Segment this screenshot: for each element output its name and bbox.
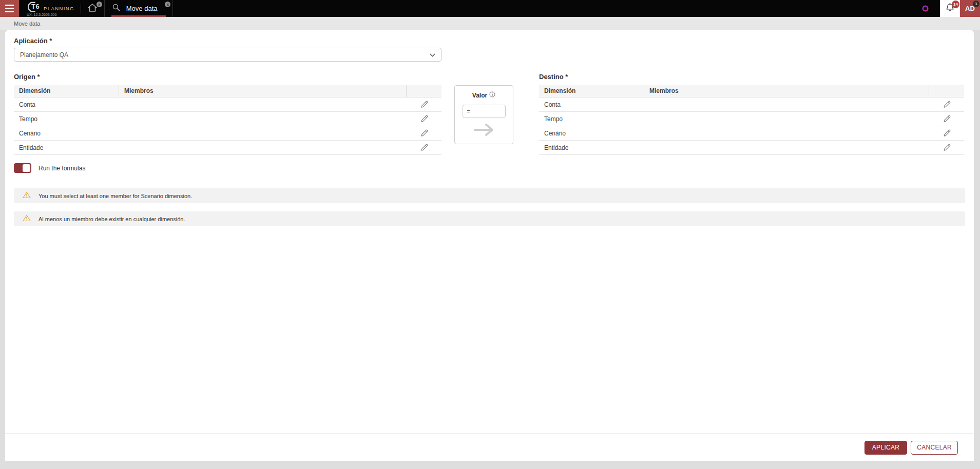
info-icon[interactable] bbox=[489, 91, 495, 99]
table-row: Entidade bbox=[14, 141, 441, 155]
warning-message: You must select at least one member for … bbox=[39, 193, 192, 199]
dimension-cell: Tempo bbox=[14, 115, 119, 123]
dimension-cell: Cenário bbox=[539, 130, 644, 137]
edit-members-button[interactable] bbox=[418, 128, 430, 138]
tab-home[interactable]: x bbox=[81, 0, 105, 17]
edit-members-button[interactable] bbox=[941, 100, 953, 109]
dimension-cell: Conta bbox=[14, 101, 119, 108]
move-data-panels: Origen * Dimensión Miembros Conta Tempo … bbox=[14, 73, 965, 155]
application-value: Planejamento QA bbox=[20, 51, 68, 58]
origin-table-header: Dimensión Miembros bbox=[14, 85, 441, 97]
dimension-cell: Entidade bbox=[539, 144, 644, 151]
table-row: Conta bbox=[14, 97, 441, 112]
edit-members-button[interactable] bbox=[941, 128, 953, 138]
tab-move-data[interactable]: Move data x bbox=[105, 0, 174, 17]
table-row: Cenário bbox=[539, 126, 964, 141]
warning-banner: Al menos un miembro debe existir en cual… bbox=[14, 211, 965, 226]
chevron-down-icon bbox=[430, 51, 435, 58]
application-select[interactable]: Planejamento QA bbox=[14, 48, 441, 62]
menu-button[interactable] bbox=[0, 0, 19, 17]
logo-brand: T6 bbox=[31, 3, 40, 10]
edit-members-button[interactable] bbox=[418, 100, 430, 109]
table-row: Entidade bbox=[539, 141, 964, 155]
dimension-cell: Tempo bbox=[539, 115, 644, 123]
content-card: Aplicación * Planejamento QA Origen * Di… bbox=[5, 30, 974, 461]
arrow-right-icon bbox=[459, 122, 509, 138]
origin-label: Origen * bbox=[14, 73, 441, 81]
destination-table-header: Dimensión Miembros bbox=[539, 85, 964, 97]
table-row: Tempo bbox=[14, 112, 441, 126]
search-icon bbox=[112, 3, 121, 14]
user-avatar[interactable]: AD 1 bbox=[960, 0, 980, 17]
breadcrumb-label: Move data bbox=[14, 21, 40, 27]
column-header-dimension: Dimensión bbox=[539, 85, 644, 97]
notifications-button[interactable]: 14 bbox=[940, 0, 960, 17]
application-label: Aplicación * bbox=[14, 37, 965, 45]
column-header-members: Miembros bbox=[644, 85, 929, 97]
notification-count-badge: 14 bbox=[952, 1, 959, 8]
active-tab-indicator bbox=[111, 15, 166, 17]
close-tab-icon[interactable]: x bbox=[165, 2, 170, 7]
valor-operator-input[interactable]: = bbox=[463, 105, 506, 118]
edit-members-button[interactable] bbox=[941, 114, 953, 124]
table-row: Conta bbox=[539, 97, 964, 112]
run-formulas-label: Run the formulas bbox=[39, 165, 85, 172]
warning-icon bbox=[23, 214, 31, 224]
valor-panel: Valor = bbox=[454, 85, 513, 144]
origin-panel: Origen * Dimensión Miembros Conta Tempo … bbox=[14, 73, 441, 155]
destination-panel: Destino * Dimensión Miembros Conta Tempo… bbox=[539, 73, 964, 155]
edit-members-button[interactable] bbox=[418, 114, 430, 124]
knot-logo-icon[interactable] bbox=[919, 3, 931, 14]
warning-icon bbox=[23, 191, 31, 201]
app-logo: T6 PLANNING UX. 12.3.2603.506 bbox=[19, 0, 81, 17]
table-row: Tempo bbox=[539, 112, 964, 126]
run-formulas-toggle[interactable] bbox=[14, 163, 31, 173]
dimension-cell: Entidade bbox=[14, 144, 119, 151]
edit-members-button[interactable] bbox=[941, 143, 953, 152]
run-formulas-row: Run the formulas bbox=[14, 163, 965, 173]
t6-logo-icon: T6 bbox=[27, 2, 42, 12]
close-tab-icon[interactable]: x bbox=[97, 2, 102, 7]
logo-version: UX. 12.3.2603.506 bbox=[27, 13, 74, 16]
table-row: Cenário bbox=[14, 126, 441, 141]
warning-banner: You must select at least one member for … bbox=[14, 188, 965, 203]
app-header: T6 PLANNING UX. 12.3.2603.506 x Move dat… bbox=[0, 0, 980, 17]
breadcrumb: Move data bbox=[0, 17, 980, 30]
footer-actions: APLICAR CANCELAR bbox=[5, 434, 974, 461]
edit-members-button[interactable] bbox=[418, 143, 430, 152]
hamburger-icon bbox=[5, 5, 14, 6]
logo-product: PLANNING bbox=[44, 6, 74, 11]
cancel-button[interactable]: CANCELAR bbox=[911, 441, 958, 455]
valor-label: Valor bbox=[472, 92, 487, 99]
column-header-members: Miembros bbox=[119, 85, 407, 97]
dimension-cell: Conta bbox=[539, 101, 644, 108]
tab-label: Move data bbox=[126, 5, 158, 12]
destination-label: Destino * bbox=[539, 73, 964, 81]
apply-button[interactable]: APLICAR bbox=[864, 441, 907, 455]
column-header-dimension: Dimensión bbox=[14, 85, 119, 97]
warning-message: Al menos un miembro debe existir en cual… bbox=[39, 216, 185, 222]
application-field: Aplicación * Planejamento QA bbox=[14, 37, 965, 62]
avatar-badge: 1 bbox=[973, 1, 979, 7]
toggle-knob bbox=[23, 164, 30, 172]
dimension-cell: Cenário bbox=[14, 130, 119, 137]
